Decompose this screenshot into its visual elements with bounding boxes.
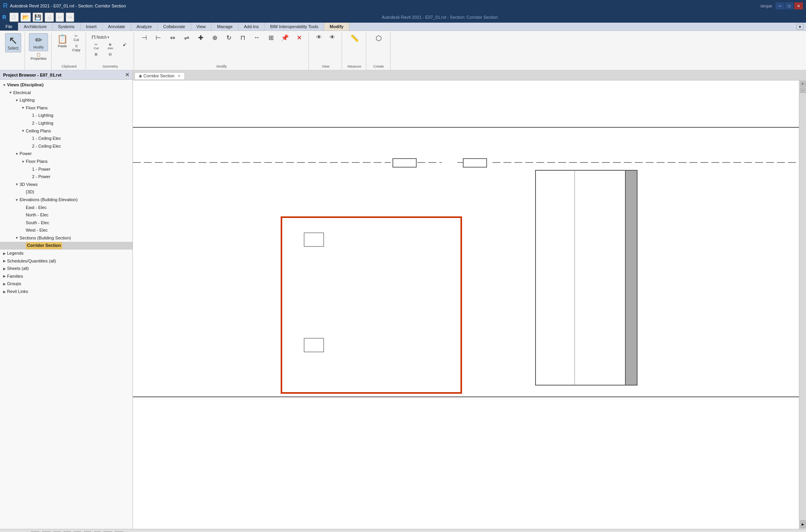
tree-item-sheets[interactable]: ▶Sheets (all) — [0, 265, 133, 273]
tab-manage[interactable]: Manage — [211, 23, 238, 30]
qa-open[interactable]: 📂 — [20, 12, 31, 22]
tree-expand-sheets[interactable]: ▶ — [2, 266, 7, 271]
align-button[interactable]: ⊣ — [138, 33, 150, 42]
trim-button[interactable]: ⊓ — [236, 33, 249, 42]
ribbon-toggle[interactable]: ▾ — [796, 24, 804, 30]
tree-item-2-power[interactable]: 2 - Power — [0, 173, 133, 181]
tree-item-elevations[interactable]: ▼Elevations (Building Elevation) — [0, 196, 133, 204]
tab-annotate[interactable]: Annotate — [102, 23, 131, 30]
modify-button[interactable]: ✏ Modify — [29, 33, 48, 51]
canvas-area[interactable]: + - ▶ — [133, 80, 806, 529]
tree-item-fp-power[interactable]: ▼Floor Plans — [0, 158, 133, 166]
tree-expand-ceiling-plans[interactable]: ▼ — [20, 128, 26, 134]
tree-item-east[interactable]: East - Elec — [0, 204, 133, 212]
show-hidden-button[interactable]: 👁 — [326, 33, 339, 41]
tree-item-1-power[interactable]: 1 - Power — [0, 166, 133, 173]
tree-expand-power[interactable]: ▼ — [14, 151, 20, 157]
tree-expand-views[interactable]: ▼ — [2, 82, 7, 88]
tree-item-2-lighting[interactable]: 2 - Lighting — [0, 120, 133, 127]
create-button[interactable]: ⬡ — [373, 33, 385, 43]
tree-item-electrical[interactable]: ▼Electrical — [0, 89, 133, 97]
corridor-section-tab[interactable]: ◈ Corridor Section ✕ — [134, 72, 185, 79]
tab-insert[interactable]: Insert — [81, 23, 103, 30]
tree-expand-sections[interactable]: ▼ — [14, 235, 20, 241]
inner-element-bottom[interactable] — [304, 338, 324, 352]
tree-item-3d-views[interactable]: ▼3D Views — [0, 181, 133, 189]
close-button[interactable]: ✕ — [794, 2, 803, 9]
tree-item-legends[interactable]: ▶Legends — [0, 250, 133, 257]
tab-file[interactable]: File — [0, 23, 18, 30]
tab-modify[interactable]: Modify — [324, 23, 349, 30]
pin-button[interactable]: 📌 — [279, 33, 291, 42]
tree-expand-elevations[interactable]: ▼ — [14, 197, 20, 203]
tab-addins[interactable]: Add-Ins — [238, 23, 265, 30]
tab-close-button[interactable]: ✕ — [177, 74, 181, 78]
copy-button[interactable]: ⎘ Copy — [70, 43, 82, 53]
select-button[interactable]: ↖ Select — [5, 33, 21, 52]
tree-item-families[interactable]: ▶Families — [0, 273, 133, 280]
scale-button[interactable]: ↔ — [251, 33, 263, 42]
tree-item-views[interactable]: ▼Views (Discipline) — [0, 81, 133, 89]
qa-new[interactable]: 🗋 — [9, 12, 19, 22]
tree-expand-3d-views[interactable]: ▼ — [14, 182, 20, 187]
notch-dropdown-icon[interactable]: ▾ — [107, 36, 109, 39]
collapse-panel-button[interactable]: ▶ — [800, 520, 806, 528]
tree-item-3d[interactable]: {3D} — [0, 188, 133, 196]
paste-button[interactable]: 📋 Paste — [56, 33, 69, 49]
tab-systems[interactable]: Systems — [52, 23, 80, 30]
tree-item-corridor-section[interactable]: Corridor Section — [0, 242, 133, 250]
mirror-draw-button[interactable]: ⇌ — [180, 33, 193, 42]
tree-expand-schedules[interactable]: ▶ — [2, 258, 7, 264]
tree-expand-groups[interactable]: ▶ — [2, 281, 7, 287]
tree-expand-lighting[interactable]: ▼ — [14, 98, 20, 103]
tree-item-revit-links[interactable]: ▶Revit Links — [0, 288, 133, 296]
tree-item-ceiling-plans[interactable]: ▼Ceiling Plans — [0, 127, 133, 135]
tree-expand-fp-lighting[interactable]: ▼ — [20, 105, 26, 111]
tree-item-sections[interactable]: ▼Sections (Building Section) — [0, 234, 133, 242]
tree-item-fp-lighting[interactable]: ▼Floor Plans — [0, 104, 133, 112]
array-button[interactable]: ⊞ — [265, 33, 277, 42]
tree-item-west[interactable]: West - Elec — [0, 227, 133, 234]
cut-button[interactable]: ✂ Cut — [70, 33, 82, 43]
tree-item-2-ceiling[interactable]: 2 - Ceiling Elec — [0, 143, 133, 150]
notch-button[interactable]: ⊓ Notch ▾ — [90, 33, 111, 41]
rotate-button[interactable]: ↻ — [222, 33, 235, 42]
zoom-in-button[interactable]: + — [800, 81, 806, 87]
zoom-out-button[interactable]: - — [800, 87, 806, 93]
tree-item-south[interactable]: South - Elec — [0, 219, 133, 227]
delete-button[interactable]: ✕ — [293, 33, 305, 42]
tab-view[interactable]: View — [191, 23, 212, 30]
paint-button[interactable]: 🖌 — [118, 42, 131, 51]
tree-expand-legends[interactable]: ▶ — [2, 251, 7, 256]
offset-button[interactable]: ⊢ — [152, 33, 165, 42]
tree-item-1-ceiling[interactable]: 1 - Ceiling Elec — [0, 135, 133, 143]
qa-redo[interactable]: ↪ — [66, 12, 74, 22]
join-button[interactable]: ⊕ Join — [104, 42, 116, 51]
wall-joins-button[interactable]: ⊞ — [90, 52, 102, 57]
light-fixture-1[interactable] — [393, 159, 416, 167]
qa-undo[interactable]: ↩ — [56, 12, 64, 22]
mirror-pick-button[interactable]: ⇔ — [166, 33, 179, 42]
tree-expand-families[interactable]: ▶ — [2, 273, 7, 279]
light-fixture-2[interactable] — [463, 159, 487, 167]
move-button[interactable]: ✚ — [194, 33, 207, 42]
tree-expand-revit-links[interactable]: ▶ — [2, 289, 7, 295]
browser-close-button[interactable]: ✕ — [125, 72, 129, 78]
tree-item-1-lighting[interactable]: 1 - Lighting — [0, 112, 133, 120]
qa-print[interactable]: 🖨 — [45, 12, 54, 22]
tree-item-schedules[interactable]: ▶Schedules/Quantities (all) — [0, 257, 133, 265]
properties-button[interactable]: 📋 Properties — [29, 52, 48, 61]
qa-save[interactable]: 💾 — [32, 12, 43, 22]
tab-architecture[interactable]: Architecture — [18, 23, 53, 30]
hide-element-button[interactable]: 👁 — [313, 33, 325, 41]
tab-collaborate[interactable]: Collaborate — [158, 23, 191, 30]
cut-geometry-button[interactable]: ✂ Cut — [90, 42, 102, 51]
tree-item-north[interactable]: North - Elec — [0, 211, 133, 219]
tree-item-lighting[interactable]: ▼Lighting — [0, 96, 133, 104]
tree-expand-fp-power[interactable]: ▼ — [20, 159, 26, 164]
tree-expand-electrical[interactable]: ▼ — [8, 90, 13, 95]
split-face-button[interactable]: ⊟ — [104, 52, 116, 57]
copy-element-button[interactable]: ⊕ — [208, 33, 221, 42]
tree-item-groups[interactable]: ▶Groups — [0, 280, 133, 288]
tree-item-power[interactable]: ▼Power — [0, 150, 133, 158]
